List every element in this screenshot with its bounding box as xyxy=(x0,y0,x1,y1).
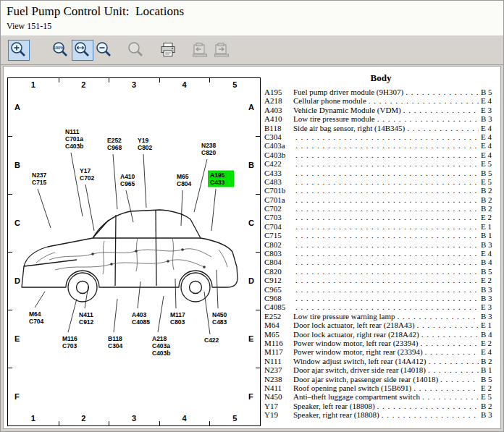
list-row[interactable]: M65Door lock actuator, right rear (218A4… xyxy=(264,330,497,339)
list-row[interactable]: C803. . . . . . . . . . . . . . . . . . … xyxy=(264,249,497,258)
list-row[interactable]: A218Cellular phone module. . . . . . . .… xyxy=(264,96,497,105)
list-row[interactable]: N450Anti–theft luggage compartment switc… xyxy=(264,392,497,401)
list-row[interactable]: C422. . . . . . . . . . . . . . . . . . … xyxy=(264,159,497,168)
callout-line xyxy=(114,299,117,332)
callout-label[interactable]: Y19C802 xyxy=(138,137,153,151)
row-grid-ref: B 3 xyxy=(479,285,497,294)
row-grid-ref: E 2 xyxy=(479,384,497,392)
callout-label[interactable]: B118C304 xyxy=(108,335,123,350)
callout-label[interactable]: C422 xyxy=(204,336,219,344)
row-leader-dots: . . . . . . . . . . . . . . . . . . . . … xyxy=(440,375,479,384)
callout-label[interactable]: N238C820 xyxy=(201,142,217,156)
list-row[interactable]: C4085. . . . . . . . . . . . . . . . . .… xyxy=(264,302,497,311)
list-row[interactable]: M117Power window motor, right rear (2339… xyxy=(264,347,497,356)
list-row[interactable]: Y19Speaker, right rear (18808). . . . . … xyxy=(264,410,497,419)
row-grid-ref: E 2 xyxy=(479,339,497,347)
callout-label[interactable]: M116C703 xyxy=(62,335,77,350)
zoom-fit-button[interactable] xyxy=(72,40,93,61)
zoom-out-button[interactable] xyxy=(93,40,115,61)
view-label: View 151-15 xyxy=(7,21,497,32)
list-row[interactable]: Y17Speaker, left rear (18808). . . . . .… xyxy=(264,402,497,410)
row-code: C701a xyxy=(264,195,293,204)
list-row[interactable]: N111Window adjust switch, left rear (14A… xyxy=(264,357,497,365)
car-illustration xyxy=(22,210,238,302)
callout-label[interactable]: M65C804 xyxy=(177,173,192,187)
row-grid-ref: E 4 xyxy=(479,151,497,159)
list-row[interactable]: C483. . . . . . . . . . . . . . . . . . … xyxy=(264,177,497,186)
callout-line xyxy=(126,190,133,222)
list-row[interactable]: C804. . . . . . . . . . . . . . . . . . … xyxy=(264,258,497,266)
list-row[interactable]: C701b. . . . . . . . . . . . . . . . . .… xyxy=(264,186,497,195)
row-desc: Window adjust switch, left rear (14A412) xyxy=(293,357,428,365)
list-row[interactable]: N237Door ajar switch, driver side rear (… xyxy=(264,365,497,374)
callout-line xyxy=(38,189,51,228)
callout-label[interactable]: A410C965 xyxy=(120,173,135,187)
list-row[interactable]: C701a. . . . . . . . . . . . . . . . . .… xyxy=(264,195,497,204)
callout-label[interactable]: Y17C702 xyxy=(80,167,95,182)
callout-label[interactable]: A195C433 xyxy=(210,171,225,186)
row-leader-dots: . . . . . . . . . . . . . . . . . . . . … xyxy=(295,249,479,258)
list-row[interactable]: A410Low tire pressure module. . . . . . … xyxy=(264,114,497,123)
callout-label[interactable]: N111C701aC403b xyxy=(65,128,84,150)
next-view-button xyxy=(211,40,232,61)
list-row[interactable]: C912. . . . . . . . . . . . . . . . . . … xyxy=(264,276,497,284)
list-row[interactable]: C704. . . . . . . . . . . . . . . . . . … xyxy=(264,222,497,231)
callout-line xyxy=(204,292,210,334)
list-row[interactable]: C968. . . . . . . . . . . . . . . . . . … xyxy=(264,294,497,302)
row-leader-dots: . . . . . . . . . . . . . . . . . . . . … xyxy=(413,384,479,392)
list-row[interactable]: C403a. . . . . . . . . . . . . . . . . .… xyxy=(264,141,497,150)
callout-label[interactable]: A218C403aC403b xyxy=(152,335,171,357)
callout-label[interactable]: N237C715 xyxy=(32,171,47,186)
row-desc: Speaker, right rear (18808) xyxy=(293,410,382,419)
row-code: N111 xyxy=(264,357,293,365)
callout-label[interactable]: A403C4085 xyxy=(132,311,150,326)
row-desc: Door ajar switch, driver side rear (1401… xyxy=(293,365,428,374)
row-leader-dots: . . . . . . . . . . . . . . . . . . . . … xyxy=(295,231,479,240)
list-row[interactable]: C965. . . . . . . . . . . . . . . . . . … xyxy=(264,285,497,294)
callout-line xyxy=(85,185,94,231)
list-row[interactable]: N238Door ajar switch, passenger side rea… xyxy=(264,375,497,384)
list-row[interactable]: C702. . . . . . . . . . . . . . . . . . … xyxy=(264,204,497,213)
list-row[interactable]: C433. . . . . . . . . . . . . . . . . . … xyxy=(264,169,497,177)
row-leader-dots: . . . . . . . . . . . . . . . . . . . . … xyxy=(295,132,479,141)
row-desc: Cellular phone module xyxy=(293,96,369,105)
zoom-100-button[interactable]: 100% xyxy=(50,40,72,61)
list-row[interactable]: B118Side air bag sensor, right (14B345).… xyxy=(264,124,497,132)
list-row[interactable]: C802. . . . . . . . . . . . . . . . . . … xyxy=(264,240,497,249)
zoom-select-button xyxy=(125,40,147,61)
row-code: C433 xyxy=(264,169,293,177)
callout-label[interactable]: N411C912 xyxy=(79,311,94,326)
list-row[interactable]: A195Fuel pump driver module (9H307). . .… xyxy=(264,88,497,96)
row-leader-dots: . . . . . . . . . . . . . . . . . . . . … xyxy=(398,312,479,321)
list-row[interactable]: C820. . . . . . . . . . . . . . . . . . … xyxy=(264,267,497,276)
list-row[interactable]: E252Low tire pressure warning lamp. . . … xyxy=(264,312,497,321)
callout-label[interactable]: M117C803 xyxy=(170,311,185,326)
list-row[interactable]: A403Vehicle Dynamic Module (VDM). . . . … xyxy=(264,106,497,114)
callout-line xyxy=(71,153,83,216)
callout-label[interactable]: M64C704 xyxy=(29,310,44,325)
list-row[interactable]: C403b. . . . . . . . . . . . . . . . . .… xyxy=(264,151,497,159)
row-leader-dots: . . . . . . . . . . . . . . . . . . . . … xyxy=(369,96,479,105)
list-row[interactable]: C703. . . . . . . . . . . . . . . . . . … xyxy=(264,213,497,221)
row-code: N238 xyxy=(264,375,293,384)
row-leader-dots: . . . . . . . . . . . . . . . . . . . . … xyxy=(420,339,479,347)
row-code: C912 xyxy=(264,276,293,284)
row-grid-ref: E 3 xyxy=(479,106,497,114)
list-row[interactable]: N411Roof opening panel switch (15B691). … xyxy=(264,384,497,392)
callout-line xyxy=(85,286,88,308)
row-leader-dots: . . . . . . . . . . . . . . . . . . . . … xyxy=(377,114,479,123)
row-leader-dots: . . . . . . . . . . . . . . . . . . . . … xyxy=(295,169,479,177)
list-row[interactable]: C715. . . . . . . . . . . . . . . . . . … xyxy=(264,231,497,240)
list-row[interactable]: M116Power window motor, left rear (23394… xyxy=(264,339,497,347)
diagram-panel[interactable]: 1122334455AABBCCDDEEFF N11 xyxy=(7,77,261,426)
callout-line xyxy=(68,299,77,332)
row-leader-dots: . . . . . . . . . . . . . . . . . . . . … xyxy=(406,88,479,96)
zoom-in-button[interactable] xyxy=(8,40,30,61)
row-grid-ref: B 4 xyxy=(479,330,497,339)
list-row[interactable]: C304. . . . . . . . . . . . . . . . . . … xyxy=(264,132,497,141)
callout-label[interactable]: E252C968 xyxy=(107,137,122,151)
callout-label[interactable]: N450C483 xyxy=(212,311,227,326)
list-row[interactable]: M64Door lock actuator, left rear (218A43… xyxy=(264,321,497,329)
print-button[interactable] xyxy=(157,40,179,61)
magnifier-100-icon: 100% xyxy=(51,41,70,59)
